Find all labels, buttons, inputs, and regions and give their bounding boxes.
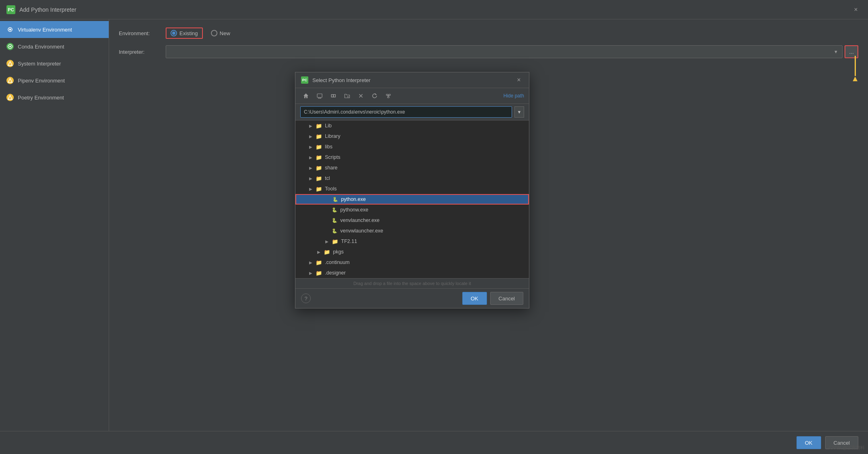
poetry-icon (6, 94, 14, 101)
interpreter-select-wrapper: ▼ (166, 45, 838, 58)
folder-icon-tf211: 📁 (332, 239, 338, 245)
sub-cancel-button[interactable]: Cancel (490, 292, 523, 305)
main-dialog-footer: OK Cancel (0, 431, 868, 454)
existing-radio-option[interactable]: Existing (171, 30, 198, 36)
svg-marker-4 (8, 78, 12, 82)
pipenv-icon (6, 77, 14, 84)
file-icon-venvwlauncher-exe: 🐍 (332, 228, 337, 234)
sidebar-item-conda[interactable]: Conda Environment (0, 38, 109, 55)
tree-item-venvlauncher-exe[interactable]: 🐍 venvlauncher.exe (295, 215, 529, 226)
chevron-tf211: ▶ (324, 239, 330, 244)
sidebar-item-pipenv[interactable]: Pipenv Environment (0, 72, 109, 89)
tree-label-tf211: TF2.11 (341, 239, 357, 244)
arrow-line (855, 56, 856, 76)
tree-item-pkgs[interactable]: ▶ 📁 pkgs (295, 247, 529, 257)
tree-item-library[interactable]: ▶ 📁 Library (295, 131, 529, 141)
expand-toolbar-button[interactable] (328, 91, 339, 101)
chevron-tools: ▶ (308, 187, 314, 191)
tree-label-venvwlauncher-exe: venvwlauncher.exe (340, 228, 383, 234)
tree-item-tools[interactable]: ▶ 📁 Tools (295, 184, 529, 194)
tree-item-tf211[interactable]: ▶ 📁 TF2.11 (295, 236, 529, 247)
svg-rect-16 (386, 94, 388, 95)
tree-label-continuum: .continuum (325, 260, 350, 265)
tree-label-libs: libs (325, 144, 333, 150)
sub-dialog-title: Select Python Interpreter (312, 77, 510, 83)
tree-item-lib[interactable]: ▶ 📁 Lib (295, 120, 529, 131)
chevron-share: ▶ (308, 166, 314, 170)
tree-label-designer: .designer (325, 270, 346, 276)
folder-icon-pkgs: 📁 (324, 249, 330, 255)
tree-item-python-exe[interactable]: 🐍 python.exe (295, 194, 529, 205)
file-icon-pythonw-exe: 🐍 (332, 207, 337, 213)
file-tree[interactable]: ▶ 📁 Lib ▶ 📁 Library ▶ 📁 libs (295, 120, 529, 278)
sub-dialog-close-button[interactable]: × (514, 76, 523, 84)
tree-item-tcl[interactable]: ▶ 📁 tcl (295, 173, 529, 184)
main-dialog: PC Add Python Interpreter × Virtualenv E… (0, 0, 868, 454)
help-button[interactable]: ? (301, 294, 311, 303)
folder-icon-share: 📁 (316, 165, 322, 171)
tree-item-pythonw-exe[interactable]: 🐍 pythonw.exe (295, 205, 529, 215)
tree-item-venvwlauncher-exe[interactable]: 🐍 venvwlauncher.exe (295, 226, 529, 236)
main-ok-button[interactable]: OK (796, 436, 821, 449)
conda-icon (6, 43, 14, 50)
radio-group: Existing New (166, 27, 230, 39)
svg-rect-6 (317, 94, 322, 97)
main-content: Environment: Existing New (109, 19, 868, 431)
sub-dialog-title-bar: PC Select Python Interpreter × (295, 72, 529, 88)
sub-ok-button[interactable]: OK (462, 292, 487, 305)
arrow-head: ▲ (851, 74, 859, 82)
main-close-button[interactable]: × (850, 4, 862, 15)
existing-option-container: Existing (166, 27, 203, 39)
folder-icon-tools: 📁 (316, 186, 322, 192)
tree-label-pkgs: pkgs (333, 249, 343, 255)
chevron-continuum: ▶ (308, 260, 314, 265)
network-toolbar-button[interactable] (383, 91, 394, 101)
tree-label-venvlauncher-exe: venvlauncher.exe (340, 217, 379, 223)
svg-rect-17 (389, 94, 390, 95)
folder-icon-tcl: 📁 (316, 175, 322, 182)
tree-item-share[interactable]: ▶ 📁 share (295, 163, 529, 173)
dialog-body: Virtualenv Environment Conda Environment… (0, 19, 868, 431)
hide-path-button[interactable]: Hide path (504, 93, 524, 99)
drag-drop-hint: Drag and drop a file into the space abov… (295, 278, 529, 288)
tree-label-tcl: tcl (325, 175, 330, 181)
environment-row: Environment: Existing New (119, 27, 858, 39)
tree-label-tools: Tools (325, 186, 337, 192)
interpreter-select[interactable] (166, 45, 843, 58)
dialog-title: Add Python Interpreter (19, 6, 850, 13)
folder-icon-continuum: 📁 (316, 260, 322, 266)
new-folder-toolbar-button[interactable] (341, 91, 353, 101)
tree-label-scripts: Scripts (325, 154, 340, 160)
tree-label-python-exe: python.exe (341, 196, 366, 202)
sidebar-item-system[interactable]: System Interpreter (0, 55, 109, 72)
svg-rect-11 (333, 95, 335, 97)
chevron-library: ▶ (308, 134, 314, 139)
sidebar-item-poetry[interactable]: Poetry Environment (0, 89, 109, 106)
new-radio-option[interactable]: New (211, 30, 230, 36)
chevron-pkgs: ▶ (316, 250, 322, 254)
tree-item-scripts[interactable]: ▶ 📁 Scripts (295, 152, 529, 163)
tree-item-continuum[interactable]: ▶ 📁 .continuum (295, 257, 529, 268)
new-radio-circle (211, 30, 217, 36)
sidebar-item-virtualenv[interactable]: Virtualenv Environment (0, 21, 109, 38)
home-toolbar-button[interactable] (300, 91, 312, 101)
svg-rect-18 (388, 97, 389, 98)
sub-dialog-footer: ? OK Cancel (295, 288, 529, 308)
path-input[interactable] (300, 106, 512, 118)
desktop-toolbar-button[interactable] (314, 91, 325, 101)
tree-label-library: Library (325, 133, 340, 139)
path-dropdown-button[interactable]: ▼ (514, 106, 524, 118)
svg-marker-3 (8, 61, 12, 65)
interpreter-label: Interpreter: (119, 49, 159, 55)
sub-dialog-icon: PC (301, 76, 308, 84)
sidebar-label-system: System Interpreter (18, 61, 61, 67)
chevron-tcl: ▶ (308, 176, 314, 181)
tree-item-designer[interactable]: ▶ 📁 .designer (295, 268, 529, 278)
app-icon: PC (6, 5, 15, 14)
existing-label: Existing (179, 30, 198, 36)
refresh-toolbar-button[interactable] (369, 91, 380, 101)
new-label: New (220, 30, 230, 36)
tree-item-libs[interactable]: ▶ 📁 libs (295, 141, 529, 152)
svg-point-2 (9, 46, 11, 47)
delete-toolbar-button[interactable] (355, 91, 367, 101)
